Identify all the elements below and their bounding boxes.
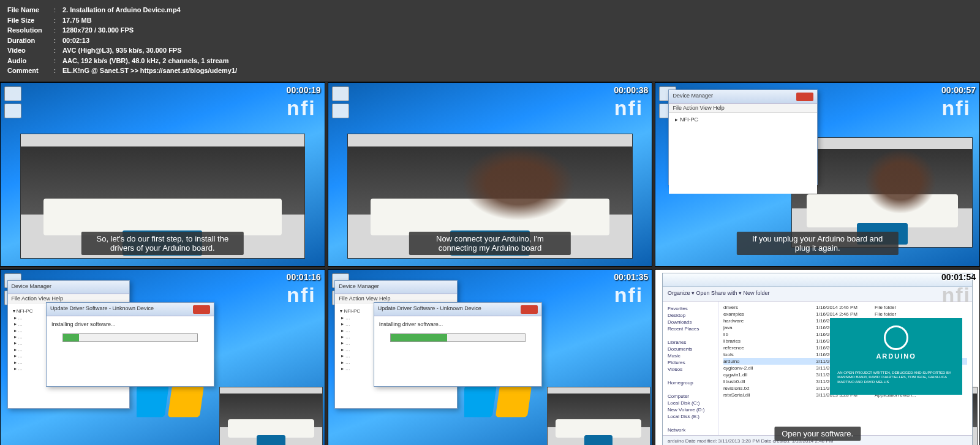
progress-bar bbox=[62, 333, 198, 342]
timestamp-3: 00:00:57 bbox=[941, 85, 976, 95]
label-audio: Audio bbox=[7, 56, 54, 66]
driver-install-dialog[interactable]: Update Driver Software - Unknown Device … bbox=[374, 302, 542, 387]
value-video: AVC (High@L3), 935 kb/s, 30.000 FPS bbox=[62, 45, 182, 56]
svg-rect-2 bbox=[137, 385, 169, 417]
camera-view-small bbox=[219, 387, 323, 445]
sidebar-item bbox=[666, 332, 714, 339]
sidebar-item[interactable]: Favorites bbox=[666, 305, 714, 312]
svg-rect-6 bbox=[464, 385, 497, 417]
file-row[interactable]: examples1/16/2014 2:46 PMFile folder bbox=[723, 311, 968, 318]
thumbnail-4[interactable]: nfi 00:01:16 Device Manager File Action … bbox=[0, 269, 325, 446]
value-audio: AAC, 192 kb/s (VBR), 48.0 kHz, 2 channel… bbox=[62, 56, 228, 66]
subtitle-3: If you unplug your Arduino board and plu… bbox=[736, 232, 898, 255]
sidebar-item bbox=[666, 373, 714, 379]
timestamp-6: 00:01:54 bbox=[941, 272, 976, 282]
sidebar-item[interactable]: Homegroup bbox=[666, 379, 714, 386]
file-row[interactable]: drivers1/16/2014 2:46 PMFile folder bbox=[723, 304, 968, 311]
devmgr-tree[interactable]: ▸ NFI-PC bbox=[669, 113, 816, 193]
value-filename: 2. Installation of Arduino Device.mp4 bbox=[62, 5, 181, 15]
arduino-logo-icon bbox=[884, 325, 908, 350]
timestamp-1: 00:00:19 bbox=[287, 85, 321, 95]
dialog-title: Update Driver Software - Unknown Device bbox=[50, 305, 154, 313]
watermark-logo: nfi bbox=[614, 283, 644, 307]
arduino-title: ARDUINO bbox=[837, 352, 955, 360]
sidebar-item[interactable]: Pictures bbox=[666, 359, 714, 366]
explorer-sidebar[interactable]: FavoritesDesktopDownloadsRecent Places L… bbox=[663, 302, 718, 435]
sidebar-item[interactable]: Computer bbox=[666, 393, 714, 400]
value-filesize: 17.75 MB bbox=[62, 15, 92, 26]
svg-rect-3 bbox=[168, 385, 204, 417]
sidebar-item[interactable]: Network bbox=[666, 427, 714, 433]
label-resolution: Resolution bbox=[7, 25, 54, 36]
sidebar-item[interactable]: Libraries bbox=[666, 339, 714, 346]
sidebar-item[interactable]: Music bbox=[666, 352, 714, 359]
watermark-logo: nfi bbox=[941, 283, 971, 307]
label-filesize: File Size bbox=[7, 15, 54, 26]
devmgr-menu[interactable]: File Action View Help bbox=[669, 104, 816, 113]
label-duration: Duration bbox=[7, 36, 54, 46]
close-icon[interactable] bbox=[796, 93, 813, 101]
thumbnail-grid: nfi 00:00:19 So, let's do our first step… bbox=[0, 81, 980, 446]
thumbnail-5[interactable]: nfi 00:01:35 Device Manager File Action … bbox=[328, 269, 653, 446]
label-video: Video bbox=[7, 45, 54, 56]
sidebar-item[interactable]: Desktop bbox=[666, 312, 714, 319]
thumbnail-6[interactable]: 00:01:54 nfi Organize ▾ Open Share with … bbox=[655, 269, 980, 446]
label-filename: File Name bbox=[7, 5, 54, 15]
explorer-body[interactable]: drivers1/16/2014 2:46 PMFile folderexamp… bbox=[718, 302, 973, 435]
sidebar-item bbox=[666, 420, 714, 427]
label-comment: Comment bbox=[7, 66, 54, 76]
svg-rect-7 bbox=[495, 385, 531, 417]
explorer-toolbar[interactable]: Organize ▾ Open Share with ▾ New folder bbox=[663, 287, 973, 302]
thumbnail-1[interactable]: nfi 00:00:19 So, let's do our first step… bbox=[0, 82, 325, 267]
close-icon[interactable] bbox=[193, 305, 210, 314]
subtitle-2: Now connect your Arduino, I'm connecting… bbox=[409, 232, 571, 255]
timestamp-2: 00:00:38 bbox=[614, 85, 648, 95]
progress-bar bbox=[390, 333, 526, 342]
value-comment: EL.K!nG @ Sanet.ST >> https://sanet.st/b… bbox=[62, 66, 237, 76]
devmgr-title: Device Manager bbox=[673, 93, 713, 101]
value-resolution: 1280x720 / 30.000 FPS bbox=[62, 25, 134, 36]
metadata-header: File Name:2. Installation of Arduino Dev… bbox=[0, 0, 980, 81]
dialog-text: Installing driver software... bbox=[51, 321, 209, 327]
sidebar-item[interactable]: Local Disk (C:) bbox=[666, 400, 714, 406]
preview-pane: ARDUINO AN OPEN PROJECT WRITTEN, DEBUGGE… bbox=[830, 318, 962, 395]
thumbnail-3[interactable]: nfi 00:00:57 Device Manager File Action … bbox=[655, 82, 980, 267]
desktop-icons bbox=[332, 86, 349, 121]
explorer-titlebar[interactable] bbox=[663, 273, 973, 287]
watermark-logo: nfi bbox=[287, 96, 316, 120]
timestamp-5: 00:01:35 bbox=[614, 272, 648, 282]
sidebar-item[interactable]: Local Disk (E:) bbox=[666, 413, 714, 420]
timestamp-4: 00:01:16 bbox=[287, 272, 321, 282]
driver-install-dialog[interactable]: Update Driver Software - Unknown Device … bbox=[46, 302, 214, 387]
close-icon[interactable] bbox=[521, 305, 538, 314]
sidebar-item[interactable]: Documents bbox=[666, 346, 714, 352]
sidebar-item[interactable]: New Volume (D:) bbox=[666, 406, 714, 413]
subtitle-1: So, let's do our first step, to install … bbox=[81, 232, 243, 255]
thumbnail-2[interactable]: nfi 00:00:38 Now connect your Arduino, I… bbox=[328, 82, 653, 267]
value-duration: 00:02:13 bbox=[62, 36, 89, 46]
sidebar-item[interactable]: Recent Places bbox=[666, 325, 714, 332]
subtitle-6: Open your software. bbox=[774, 427, 861, 441]
sidebar-item[interactable]: Downloads bbox=[666, 319, 714, 325]
file-explorer-window[interactable]: Organize ▾ Open Share with ▾ New folder … bbox=[662, 273, 973, 445]
desktop-icons bbox=[4, 86, 21, 121]
device-manager-window[interactable]: Device Manager File Action View Help ▸ N… bbox=[668, 89, 817, 184]
watermark-logo: nfi bbox=[941, 96, 971, 120]
watermark-logo: nfi bbox=[614, 96, 644, 120]
sidebar-item bbox=[666, 386, 714, 393]
watermark-logo: nfi bbox=[287, 283, 316, 307]
camera-view-small bbox=[547, 387, 650, 445]
sidebar-item[interactable]: Videos bbox=[666, 366, 714, 373]
arduino-desc: AN OPEN PROJECT WRITTEN, DEBUGGED AND SU… bbox=[837, 371, 955, 385]
